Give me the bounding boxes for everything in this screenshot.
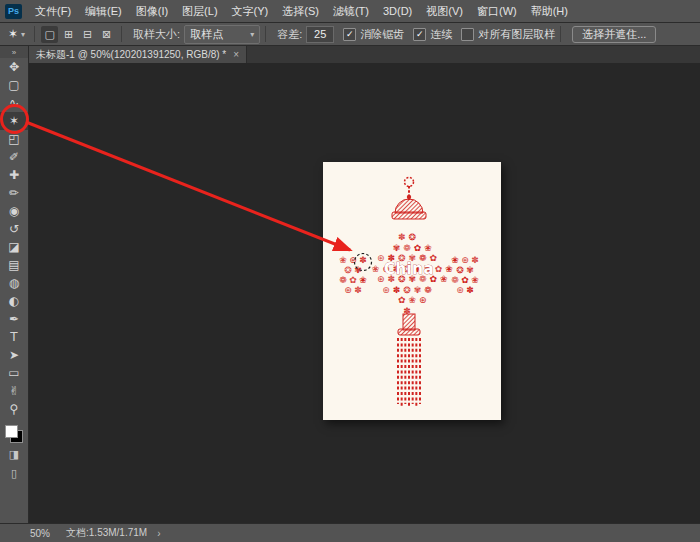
tool-preset-picker[interactable]: ✶ ▾	[4, 27, 29, 41]
add-selection-icon[interactable]: ⊞	[60, 26, 77, 43]
menu-item-image[interactable]: 图像(I)	[129, 1, 175, 22]
zoom-level[interactable]: 50%	[30, 528, 50, 539]
svg-text:❂: ❂	[403, 285, 411, 295]
svg-text:✿: ✿	[349, 275, 357, 285]
chinese-knot-artwork: ✽❂✾❁✿❀⊛✽❂✾❁✿❀⊛✽❂✾❁✿❀⊛✽❂✾❁✿❀⊛✽❂✾❁✿❀⊛✽❀⊛✽❂…	[323, 162, 501, 420]
eraser-tool[interactable]: ◪	[0, 238, 28, 256]
svg-text:✽: ✽	[359, 255, 367, 265]
eyedropper-tool[interactable]: ✐	[0, 148, 28, 166]
separator	[265, 26, 266, 42]
chevron-down-icon: ▾	[250, 30, 254, 39]
tool-options-bar: ✶ ▾ ▢⊞⊟⊠ 取样大小: 取样点 ▾ 容差: ✓消除锯齿✓连续对所有图层取样…	[0, 23, 700, 46]
blur-tool[interactable]: ◍	[0, 274, 28, 292]
pen-tool[interactable]: ✒	[0, 310, 28, 328]
rect-marquee-tool[interactable]: ▢	[0, 76, 28, 94]
canvas-area[interactable]: ✽❂✾❁✿❀⊛✽❂✾❁✿❀⊛✽❂✾❁✿❀⊛✽❂✾❁✿❀⊛✽❂✾❁✿❀⊛✽❀⊛✽❂…	[29, 63, 700, 523]
lasso-tool[interactable]: ∿	[0, 94, 28, 112]
path-select-tool[interactable]: ➤	[0, 346, 28, 364]
hand-tool[interactable]: ✌	[0, 382, 28, 400]
tolerance-input[interactable]	[306, 26, 334, 43]
checkbox-box[interactable]: ✓	[413, 28, 426, 41]
magic-wand-tool[interactable]: ✶	[0, 112, 28, 130]
new-selection-icon[interactable]: ▢	[41, 26, 58, 43]
foreground-color-swatch[interactable]	[5, 425, 18, 438]
checkbox-1[interactable]: ✓连续	[413, 27, 452, 42]
separator	[34, 26, 35, 42]
svg-text:❀: ❀	[451, 255, 459, 265]
menu-item-layer[interactable]: 图层(L)	[175, 1, 224, 22]
separator	[560, 26, 561, 42]
magic-wand-icon: ✶	[8, 27, 18, 41]
svg-text:✿: ✿	[414, 243, 422, 253]
svg-text:China: China	[384, 260, 434, 278]
shape-tool[interactable]: ▭	[0, 364, 28, 382]
menu-item-select[interactable]: 选择(S)	[275, 1, 326, 22]
checkbox-2[interactable]: 对所有图层取样	[461, 27, 555, 42]
svg-text:✽: ✽	[393, 285, 401, 295]
subtract-selection-icon[interactable]: ⊟	[79, 26, 96, 43]
document-tab[interactable]: 未标题-1 @ 50%(120201391250, RGB/8) * ×	[29, 46, 247, 63]
tool-list: ✥▢∿✶◰✐✚✏◉↺◪▤◍◐✒T➤▭✌⚲	[0, 58, 28, 418]
healing-brush-tool[interactable]: ✚	[0, 166, 28, 184]
checkbox-box[interactable]	[461, 28, 474, 41]
document-canvas[interactable]: ✽❂✾❁✿❀⊛✽❂✾❁✿❀⊛✽❂✾❁✿❀⊛✽❂✾❁✿❀⊛✽❂✾❁✿❀⊛✽❀⊛✽❂…	[323, 162, 501, 420]
screen-mode-icon[interactable]: ▯	[11, 465, 17, 481]
history-brush-tool[interactable]: ↺	[0, 220, 28, 238]
type-tool[interactable]: T	[0, 328, 28, 346]
toolbar-collapse-icon[interactable]: »	[0, 46, 28, 58]
svg-text:⊛: ⊛	[461, 255, 469, 265]
menu-item-file[interactable]: 文件(F)	[28, 1, 78, 22]
svg-text:❀: ❀	[424, 243, 432, 253]
close-tab-icon[interactable]: ×	[233, 49, 239, 60]
document-size-info: 文档:1.53M/1.71M	[66, 526, 147, 540]
main-area: » ✥▢∿✶◰✐✚✏◉↺◪▤◍◐✒T➤▭✌⚲ ◨ ▯ 未标题-1 @ 50%(1…	[0, 46, 700, 523]
document-tab-bar: 未标题-1 @ 50%(120201391250, RGB/8) * ×	[29, 46, 700, 63]
separator	[121, 26, 122, 42]
svg-text:✽: ✽	[398, 232, 406, 242]
menu-item-view[interactable]: 视图(V)	[419, 1, 470, 22]
svg-text:❀: ❀	[339, 255, 347, 265]
svg-text:❁: ❁	[403, 243, 411, 253]
svg-text:✾: ✾	[354, 265, 362, 275]
intersect-selection-icon[interactable]: ⊠	[98, 26, 115, 43]
svg-text:✽: ✽	[354, 285, 362, 295]
brush-tool[interactable]: ✏	[0, 184, 28, 202]
svg-text:✽: ✽	[466, 285, 474, 295]
svg-text:⊛: ⊛	[456, 285, 464, 295]
zoom-tool[interactable]: ⚲	[0, 400, 28, 418]
checkbox-0[interactable]: ✓消除锯齿	[343, 27, 404, 42]
svg-text:✿: ✿	[461, 275, 469, 285]
svg-text:✾: ✾	[414, 285, 422, 295]
quick-mask-icon[interactable]: ◨	[9, 446, 19, 462]
status-chevron-icon[interactable]: ›	[157, 528, 160, 539]
crop-tool[interactable]: ◰	[0, 130, 28, 148]
svg-text:⊛: ⊛	[419, 295, 427, 305]
clone-stamp-tool[interactable]: ◉	[0, 202, 28, 220]
sample-size-label: 取样大小:	[133, 27, 180, 42]
select-and-mask-button[interactable]: 选择并遮住...	[572, 26, 656, 43]
svg-text:✾: ✾	[466, 265, 474, 275]
menu-item-filter[interactable]: 滤镜(T)	[326, 1, 376, 22]
gradient-tool[interactable]: ▤	[0, 256, 28, 274]
menu-item-3d[interactable]: 3D(D)	[376, 1, 419, 22]
checkbox-label: 对所有图层取样	[478, 27, 555, 42]
status-bar: 50% 文档:1.53M/1.71M ›	[0, 523, 700, 542]
checkbox-box[interactable]: ✓	[343, 28, 356, 41]
move-tool[interactable]: ✥	[0, 58, 28, 76]
menu-item-edit[interactable]: 编辑(E)	[78, 1, 129, 22]
svg-text:❀: ❀	[359, 275, 367, 285]
sample-size-dropdown[interactable]: 取样点 ▾	[184, 25, 260, 44]
svg-text:⊛: ⊛	[349, 255, 357, 265]
svg-text:❂: ❂	[408, 232, 416, 242]
menu-item-window[interactable]: 窗口(W)	[470, 1, 524, 22]
color-swatches[interactable]	[5, 425, 23, 443]
tolerance-label: 容差:	[277, 27, 302, 42]
menu-item-type[interactable]: 文字(Y)	[225, 1, 276, 22]
dodge-tool[interactable]: ◐	[0, 292, 28, 310]
svg-text:❂: ❂	[456, 265, 464, 275]
svg-text:❀: ❀	[440, 274, 448, 284]
svg-text:✾: ✾	[393, 243, 401, 253]
svg-text:❀: ❀	[445, 264, 453, 274]
svg-text:❀: ❀	[471, 275, 479, 285]
menu-item-help[interactable]: 帮助(H)	[524, 1, 575, 22]
